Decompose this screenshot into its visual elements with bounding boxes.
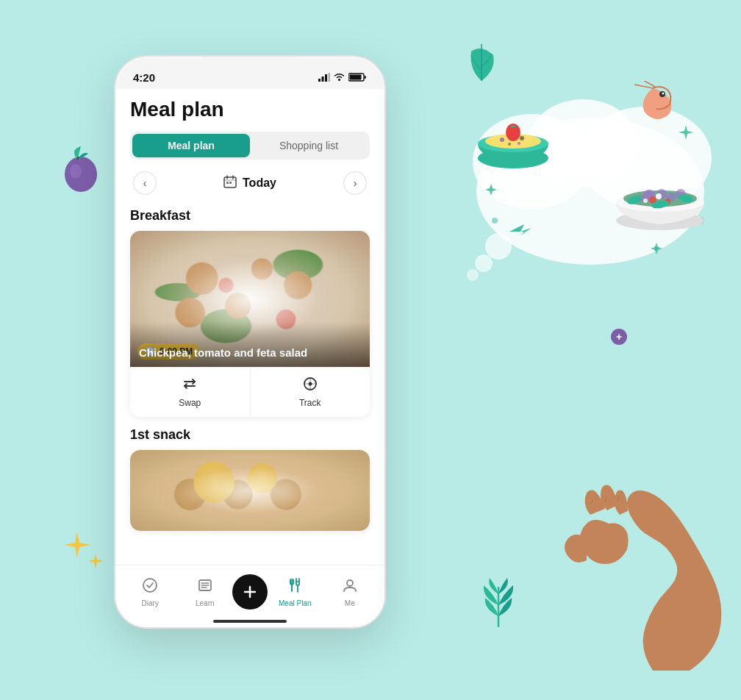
- status-icons: [318, 73, 367, 82]
- svg-rect-46: [329, 73, 331, 82]
- nav-me[interactable]: Me: [323, 577, 378, 607]
- snack-title: 1st snack: [130, 427, 370, 443]
- svg-rect-44: [322, 76, 324, 82]
- tab-meal-plan[interactable]: Meal plan: [132, 134, 250, 157]
- svg-rect-49: [350, 75, 362, 80]
- nav-learn[interactable]: Learn: [178, 577, 233, 607]
- nav-diary[interactable]: Diary: [123, 577, 178, 607]
- chevron-right-icon: ›: [354, 177, 357, 189]
- home-indicator: [213, 620, 287, 623]
- svg-point-60: [143, 579, 157, 592]
- wifi-icon: [334, 73, 345, 82]
- learn-icon: [197, 577, 213, 597]
- diary-label: Diary: [142, 599, 159, 607]
- svg-point-70: [347, 580, 353, 586]
- me-label: Me: [345, 599, 355, 607]
- phone-content: Meal plan Meal plan Shopping list ‹: [115, 89, 384, 572]
- breakfast-title: Breakfast: [130, 208, 370, 224]
- phone-notch: [202, 57, 298, 77]
- meal-actions: Swap Track: [130, 367, 370, 417]
- svg-point-59: [308, 382, 312, 386]
- meal-name-overlay: Chickpea, tomato and feta salad: [130, 322, 370, 368]
- granola-bowl-image: [130, 450, 370, 531]
- current-date: Today: [243, 176, 276, 190]
- calendar-icon: [223, 175, 237, 191]
- swap-button[interactable]: Swap: [130, 368, 251, 417]
- swap-icon: [182, 376, 197, 395]
- me-icon: [342, 577, 358, 597]
- date-display: Today: [223, 175, 276, 191]
- breakfast-meal-image: 🕘 9:00 PM Chickpea, tomato and feta sala…: [130, 231, 370, 367]
- svg-rect-45: [325, 74, 327, 82]
- prev-date-button[interactable]: ‹: [133, 171, 157, 195]
- track-label: Track: [299, 398, 321, 408]
- track-button[interactable]: Track: [251, 368, 370, 417]
- meal-plan-icon: [287, 577, 303, 597]
- phone-body: 4:20: [114, 55, 386, 629]
- snack-section: 1st snack: [130, 427, 370, 531]
- chevron-left-icon: ‹: [143, 177, 147, 189]
- tab-shopping-list[interactable]: Shopping list: [250, 134, 368, 157]
- signal-icon: [318, 73, 330, 82]
- phone-mockup: 4:20: [114, 55, 386, 629]
- svg-rect-43: [318, 79, 321, 82]
- tab-switcher[interactable]: Meal plan Shopping list: [130, 132, 370, 160]
- meal-plan-nav-label: Meal Plan: [279, 599, 311, 607]
- snack-meal-card[interactable]: [130, 450, 370, 531]
- add-button[interactable]: [232, 574, 268, 610]
- svg-rect-55: [229, 182, 232, 184]
- svg-point-47: [338, 79, 340, 81]
- diary-icon: [142, 577, 158, 597]
- breakfast-section: Breakfast 🕘 9:00 PM Chickpea, tomato and…: [130, 208, 370, 417]
- nav-meal-plan[interactable]: Meal Plan: [268, 577, 323, 607]
- page-title: Meal plan: [130, 98, 370, 121]
- battery-icon: [348, 73, 367, 82]
- next-date-button[interactable]: ›: [343, 171, 367, 195]
- swap-label: Swap: [179, 398, 201, 408]
- track-icon: [303, 376, 318, 395]
- svg-rect-54: [226, 182, 229, 184]
- breakfast-meal-card[interactable]: 🕘 9:00 PM Chickpea, tomato and feta sala…: [130, 231, 370, 417]
- plus-icon: [241, 583, 259, 601]
- status-time: 4:20: [133, 71, 155, 84]
- snack-meal-image: [130, 450, 370, 531]
- meal-name-text: Chickpea, tomato and feta salad: [139, 346, 307, 359]
- date-navigator: ‹ Today: [130, 171, 370, 195]
- bottom-navigation: Diary Learn: [115, 565, 384, 627]
- learn-label: Learn: [196, 599, 215, 607]
